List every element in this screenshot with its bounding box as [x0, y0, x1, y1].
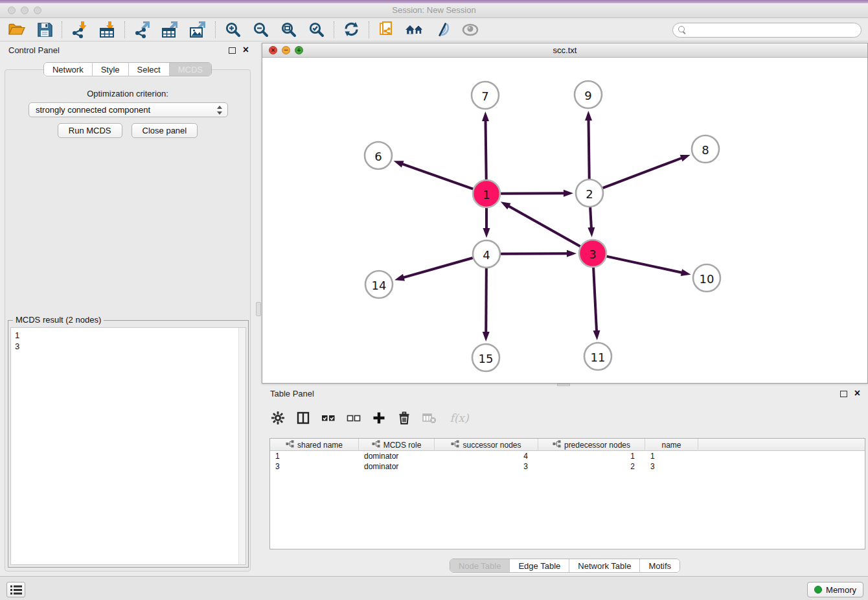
- tab-select[interactable]: Select: [128, 63, 169, 76]
- control-panel-title: Control Panel: [8, 45, 60, 55]
- float-panel-icon[interactable]: [229, 47, 236, 54]
- graph-edge-arrowhead: [593, 330, 600, 340]
- search-input[interactable]: [687, 25, 861, 36]
- table-settings-button[interactable]: [269, 410, 286, 426]
- import-table-button[interactable]: [93, 19, 121, 40]
- graph-edge-3-1[interactable]: [508, 206, 580, 247]
- table-cell[interactable]: dominator: [359, 451, 435, 461]
- column-header-label: predecessor nodes: [564, 441, 630, 450]
- mcds-result-text[interactable]: 1 3: [10, 327, 246, 565]
- column-header-MCDS-role[interactable]: MCDS role: [359, 439, 435, 451]
- window-title: Session: New Session: [0, 5, 868, 15]
- column-header-name[interactable]: name: [645, 439, 698, 451]
- sort-column-icon[interactable]: [372, 440, 380, 450]
- tab-motifs[interactable]: Motifs: [639, 559, 680, 572]
- function-icon: f(x): [450, 411, 468, 424]
- sort-column-icon[interactable]: [286, 440, 294, 450]
- column-header-successor-nodes[interactable]: successor nodes: [435, 439, 538, 451]
- result-scrollbar[interactable]: [238, 328, 246, 564]
- graph-edge-3-11[interactable]: [593, 268, 597, 332]
- graph-node-label: 10: [700, 272, 714, 286]
- open-session-button[interactable]: [3, 19, 30, 40]
- network-window-titlebar[interactable]: × − + scc.txt: [262, 43, 867, 58]
- graph-edge-2-8[interactable]: [603, 157, 683, 188]
- tab-mcds[interactable]: MCDS: [169, 63, 211, 76]
- table-cell[interactable]: 4: [435, 451, 538, 461]
- zoom-fit-button[interactable]: [275, 19, 303, 40]
- graph-edge-4-15[interactable]: [486, 268, 486, 333]
- optimization-criterion-select[interactable]: strongly connected component: [29, 102, 228, 117]
- table-cell[interactable]: 1: [538, 451, 645, 461]
- float-panel-icon[interactable]: [840, 391, 847, 397]
- home-button[interactable]: [400, 19, 428, 40]
- column-header-label: shared name: [297, 441, 343, 450]
- import-network-button[interactable]: [65, 19, 93, 40]
- select-all-rows-button[interactable]: [320, 410, 337, 426]
- delete-column-button[interactable]: [396, 410, 413, 426]
- deselect-all-rows-button[interactable]: [345, 410, 362, 426]
- table-cell[interactable]: 1: [270, 451, 359, 461]
- run-mcds-button[interactable]: Run MCDS: [58, 123, 122, 138]
- graph-edge-3-10[interactable]: [607, 257, 683, 273]
- close-panel-icon[interactable]: ×: [854, 387, 860, 400]
- table-cell[interactable]: 3: [270, 461, 359, 472]
- task-history-button[interactable]: [6, 582, 25, 597]
- search-field[interactable]: [672, 23, 862, 38]
- vertical-split-divider[interactable]: [255, 43, 262, 576]
- new-network-from-file-button[interactable]: [372, 19, 400, 40]
- titlebar: Session: New Session: [0, 3, 868, 18]
- tab-network[interactable]: Network: [44, 63, 92, 76]
- table-row[interactable]: 3dominator323: [270, 461, 865, 472]
- toggle-graphics-details-button[interactable]: [428, 19, 456, 40]
- graph-edge-4-14[interactable]: [403, 258, 473, 278]
- tab-edge-table[interactable]: Edge Table: [509, 559, 569, 572]
- import-table-icon: [98, 20, 117, 40]
- column-header-shared-name[interactable]: shared name: [270, 439, 359, 451]
- zoom-in-button[interactable]: [219, 19, 247, 40]
- column-header-predecessor-nodes[interactable]: predecessor nodes: [538, 439, 645, 451]
- graph-edge-1-7[interactable]: [486, 120, 486, 179]
- function-builder-button[interactable]: f(x): [446, 410, 472, 426]
- graph-node-label: 11: [591, 351, 606, 364]
- tab-style[interactable]: Style: [92, 63, 128, 76]
- graph-edge-1-2[interactable]: [501, 193, 565, 194]
- table-cell[interactable]: 3: [435, 461, 538, 472]
- divider-grip[interactable]: [256, 302, 261, 316]
- show-hide-button[interactable]: [456, 19, 484, 40]
- delete-table-button[interactable]: [421, 410, 438, 426]
- graph-node-label: 15: [479, 352, 494, 365]
- create-column-button[interactable]: [371, 410, 387, 426]
- memory-status-icon: [814, 586, 822, 594]
- tab-network-table[interactable]: Network Table: [569, 559, 639, 572]
- mcds-result-group: MCDS result (2 nodes) 1 3: [8, 320, 249, 568]
- graph-edge-arrowhead: [483, 228, 490, 238]
- graph-edge-2-9[interactable]: [589, 119, 589, 179]
- column-visibility-button[interactable]: [295, 410, 312, 426]
- table-row[interactable]: 1dominator411: [270, 451, 865, 461]
- sort-column-icon[interactable]: [553, 440, 561, 450]
- memory-button[interactable]: Memory: [807, 582, 863, 597]
- export-table-button[interactable]: [156, 19, 184, 40]
- node-table: shared nameMCDS rolesuccessor nodesprede…: [269, 438, 865, 549]
- columns-icon: [296, 411, 310, 425]
- table-cell[interactable]: dominator: [359, 461, 435, 472]
- table-cell[interactable]: 3: [645, 461, 698, 472]
- export-network-button[interactable]: [128, 19, 156, 40]
- table-cell[interactable]: 2: [538, 461, 645, 472]
- zoom-out-button[interactable]: [247, 19, 275, 40]
- graph-edge-2-3[interactable]: [590, 207, 591, 229]
- close-panel-icon[interactable]: ×: [243, 43, 249, 56]
- graph-node-label: 14: [372, 279, 387, 292]
- close-panel-button[interactable]: Close panel: [131, 123, 198, 138]
- zoom-selected-button[interactable]: [303, 19, 330, 40]
- refresh-button[interactable]: [337, 19, 365, 40]
- graph-edge-1-6[interactable]: [402, 164, 473, 189]
- sort-column-icon[interactable]: [451, 440, 459, 450]
- new-network-file-icon: [377, 20, 396, 40]
- table-cell[interactable]: 1: [645, 451, 698, 461]
- export-image-button[interactable]: [184, 19, 212, 40]
- tab-node-table[interactable]: Node Table: [450, 559, 510, 572]
- save-session-button[interactable]: [30, 19, 58, 40]
- graph-edge-4-3[interactable]: [501, 253, 568, 254]
- network-canvas[interactable]: 1234678910111415: [262, 58, 867, 383]
